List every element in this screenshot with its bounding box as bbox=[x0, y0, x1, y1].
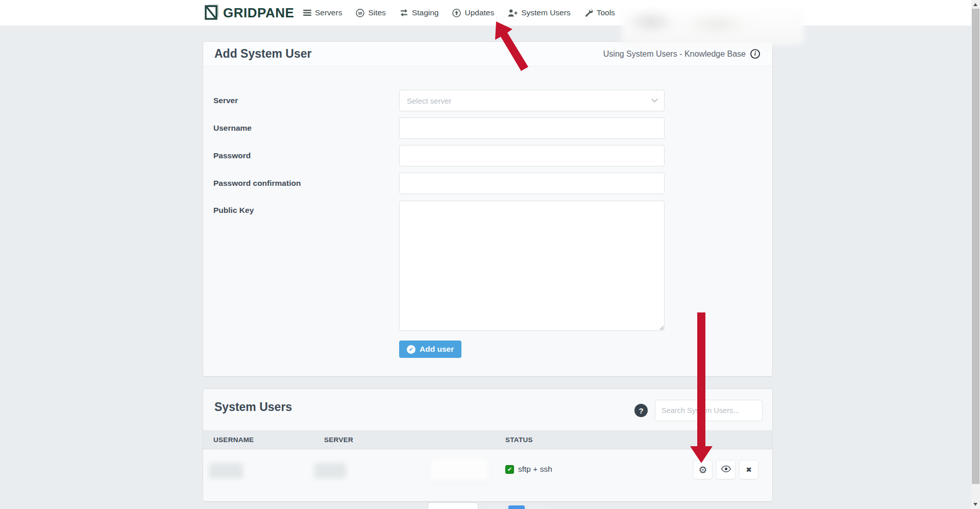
servers-icon bbox=[303, 9, 311, 16]
add-user-button-label: Add user bbox=[420, 345, 454, 354]
server-select-placeholder: Select server bbox=[407, 96, 452, 105]
column-header-username[interactable]: USERNAME bbox=[213, 431, 254, 449]
close-icon: ✖ bbox=[746, 466, 752, 473]
status-cell: ✔ sftp + ssh bbox=[505, 465, 552, 474]
gear-icon: ⚙ bbox=[698, 465, 707, 475]
nav-item-updates[interactable]: Updates bbox=[452, 8, 494, 17]
scrollbar[interactable] bbox=[971, 0, 980, 509]
status-text: sftp + ssh bbox=[518, 465, 552, 474]
scrollbar-down-arrow[interactable] bbox=[973, 503, 977, 506]
redacted-account-area bbox=[622, 3, 804, 45]
server-select[interactable]: Select server bbox=[399, 90, 665, 111]
nav-item-label: Tools bbox=[597, 8, 615, 17]
public-key-label: Public Key bbox=[213, 206, 254, 215]
view-user-button[interactable] bbox=[716, 460, 736, 479]
updates-icon bbox=[452, 9, 461, 17]
nav-item-sites[interactable]: W Sites bbox=[356, 8, 385, 17]
user-plus-icon bbox=[508, 9, 518, 17]
main-navigation: Servers W Sites Staging Updates System U… bbox=[303, 0, 615, 26]
nav-item-label: Updates bbox=[464, 8, 494, 17]
gridpane-logo-text: GRIDPANE bbox=[223, 5, 294, 21]
redacted-username-cell bbox=[209, 463, 243, 478]
column-header-server[interactable]: SERVER bbox=[324, 431, 353, 449]
public-key-textarea[interactable] bbox=[399, 201, 665, 331]
system-users-title: System Users bbox=[214, 400, 292, 414]
red-arrow-to-system-users bbox=[479, 18, 531, 73]
password-label: Password bbox=[213, 151, 251, 160]
page-title: Add System User bbox=[214, 47, 311, 61]
knowledge-base-link-label: Using System Users - Knowledge Base bbox=[603, 50, 746, 59]
scrollbar-up-arrow[interactable] bbox=[973, 3, 977, 6]
knowledge-base-link[interactable]: Using System Users - Knowledge Base i bbox=[603, 49, 760, 59]
status-checkbox-icon: ✔ bbox=[505, 465, 514, 474]
nav-item-tools[interactable]: Tools bbox=[584, 8, 615, 17]
nav-item-label: Servers bbox=[315, 8, 342, 17]
eye-icon bbox=[721, 466, 731, 474]
column-header-status[interactable]: STATUS bbox=[505, 431, 533, 449]
password-confirmation-input[interactable] bbox=[399, 173, 665, 194]
nav-item-servers[interactable]: Servers bbox=[303, 8, 342, 17]
gridpane-logo-icon bbox=[204, 4, 219, 22]
scrollbar-thumb[interactable] bbox=[972, 9, 979, 484]
info-icon[interactable]: i bbox=[750, 49, 760, 59]
delete-user-button[interactable]: ✖ bbox=[739, 460, 758, 479]
nav-item-label: Sites bbox=[368, 8, 385, 17]
username-label: Username bbox=[213, 124, 252, 133]
gridpane-logo[interactable]: GRIDPANE bbox=[204, 0, 294, 26]
wordpress-icon: W bbox=[356, 9, 364, 17]
help-question-icon[interactable]: ? bbox=[634, 404, 648, 417]
pagination-prev-button[interactable] bbox=[488, 505, 504, 509]
add-user-button[interactable]: ✔ Add user bbox=[399, 341, 461, 358]
chevron-down-icon bbox=[651, 96, 658, 103]
nav-item-staging[interactable]: Staging bbox=[400, 8, 439, 17]
redacted-server-cell bbox=[314, 463, 346, 478]
check-circle-icon: ✔ bbox=[407, 345, 415, 354]
red-arrow-to-settings-button bbox=[687, 312, 716, 464]
username-input[interactable] bbox=[399, 117, 665, 139]
nav-item-label: Staging bbox=[412, 8, 439, 17]
server-label: Server bbox=[213, 96, 238, 105]
password-input[interactable] bbox=[399, 145, 665, 166]
nav-item-system-users[interactable]: System Users bbox=[508, 8, 570, 17]
password-confirmation-label: Password confirmation bbox=[213, 179, 301, 188]
pagination-active-page-button[interactable] bbox=[508, 505, 525, 509]
pagination-next-button[interactable] bbox=[529, 505, 545, 509]
redacted-badge-cell bbox=[430, 458, 488, 481]
page-size-select[interactable] bbox=[428, 502, 478, 509]
wrench-icon bbox=[584, 9, 593, 17]
svg-text:W: W bbox=[358, 10, 363, 15]
staging-icon bbox=[400, 9, 408, 17]
nav-item-label: System Users bbox=[521, 8, 570, 17]
